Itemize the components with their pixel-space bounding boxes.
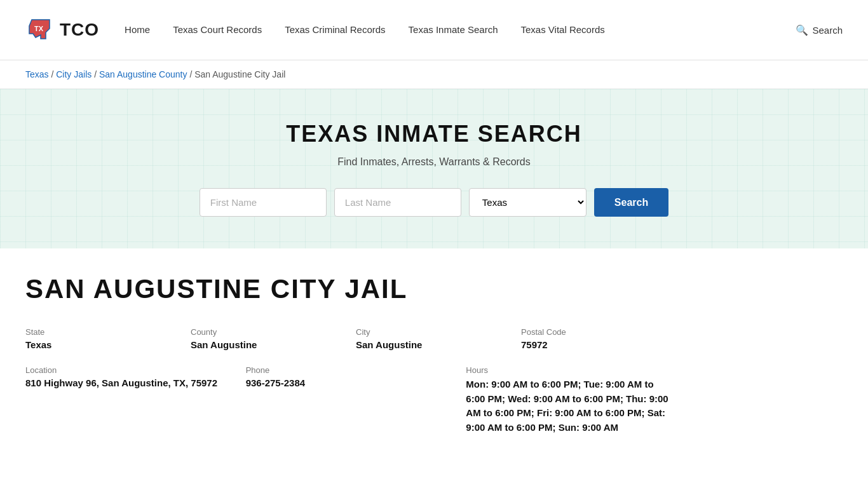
search-button[interactable]: Search — [594, 188, 668, 217]
county-block: County San Augustine — [191, 327, 343, 350]
state-block: State Texas — [25, 327, 178, 350]
state-label: State — [25, 327, 178, 337]
breadcrumb-sep2: / — [94, 69, 99, 79]
hero-title: TEXAS INMATE SEARCH — [13, 121, 855, 147]
logo-text: TCO — [60, 20, 99, 40]
phone-block: Phone 936-275-2384 — [246, 365, 454, 435]
info-grid-bottom: Location 810 Highway 96, San Augustine, … — [25, 365, 674, 435]
breadcrumb-city-jails[interactable]: City Jails — [56, 69, 92, 79]
nav-inmate-search[interactable]: Texas Inmate Search — [409, 24, 498, 36]
navbar: TX TCO Home Texas Court Records Texas Cr… — [0, 0, 868, 60]
breadcrumb-sep3: / — [189, 69, 194, 79]
info-grid-top: State Texas County San Augustine City Sa… — [25, 327, 674, 350]
svg-text:TX: TX — [34, 25, 44, 32]
postal-label: Postal Code — [521, 327, 674, 337]
city-value: San Augustine — [356, 339, 508, 350]
hours-value: Mon: 9:00 AM to 6:00 PM; Tue: 9:00 AM to… — [466, 377, 674, 435]
nav-criminal-records[interactable]: Texas Criminal Records — [285, 24, 385, 36]
county-label: County — [191, 327, 343, 337]
search-form: Texas Search — [13, 188, 855, 217]
breadcrumb-texas[interactable]: Texas — [25, 69, 49, 79]
city-label: City — [356, 327, 508, 337]
first-name-input[interactable] — [200, 188, 327, 217]
breadcrumb-county[interactable]: San Augustine County — [99, 69, 187, 79]
phone-value: 936-275-2384 — [246, 377, 454, 388]
jail-detail: SAN AUGUSTINE CITY JAIL State Texas Coun… — [0, 248, 699, 454]
location-value: 810 Highway 96, San Augustine, TX, 75972 — [25, 377, 233, 388]
hero-section: TEXAS INMATE SEARCH Find Inmates, Arrest… — [0, 89, 868, 248]
logo-link[interactable]: TX TCO — [25, 15, 99, 45]
county-value: San Augustine — [191, 339, 343, 350]
postal-block: Postal Code 75972 — [521, 327, 674, 350]
logo-icon: TX — [25, 15, 56, 45]
breadcrumb: Texas / City Jails / San Augustine Count… — [0, 60, 868, 89]
phone-label: Phone — [246, 365, 454, 375]
jail-title: SAN AUGUSTINE CITY JAIL — [25, 274, 674, 304]
postal-value: 75972 — [521, 339, 674, 350]
location-block: Location 810 Highway 96, San Augustine, … — [25, 365, 233, 435]
search-icon: 🔍 — [796, 24, 808, 36]
nav-home[interactable]: Home — [125, 24, 150, 36]
breadcrumb-current: San Augustine City Jail — [194, 69, 285, 79]
nav-court-records[interactable]: Texas Court Records — [173, 24, 262, 36]
nav-vital-records[interactable]: Texas Vital Records — [520, 24, 604, 36]
nav-links: Home Texas Court Records Texas Criminal … — [125, 24, 796, 36]
hero-subtitle: Find Inmates, Arrests, Warrants & Record… — [13, 156, 855, 168]
last-name-input[interactable] — [334, 188, 461, 217]
nav-search-button[interactable]: 🔍 Search — [796, 24, 843, 36]
hours-label: Hours — [466, 365, 674, 375]
state-value: Texas — [25, 339, 178, 350]
location-label: Location — [25, 365, 233, 375]
state-select[interactable]: Texas — [469, 188, 587, 217]
hours-block: Hours Mon: 9:00 AM to 6:00 PM; Tue: 9:00… — [466, 365, 674, 435]
nav-search-label: Search — [812, 25, 843, 36]
city-block: City San Augustine — [356, 327, 508, 350]
